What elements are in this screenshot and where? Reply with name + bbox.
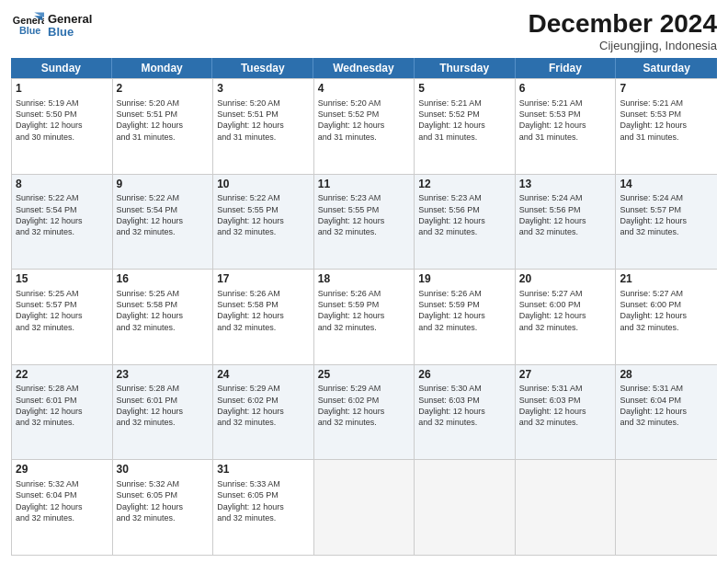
day-info: Sunrise: 5:21 AM Sunset: 5:53 PM Dayligh… bbox=[519, 98, 586, 142]
calendar-day-25: 25Sunrise: 5:29 AM Sunset: 6:02 PM Dayli… bbox=[314, 365, 415, 460]
calendar-week-3: 15Sunrise: 5:25 AM Sunset: 5:57 PM Dayli… bbox=[12, 269, 717, 364]
calendar-day-2: 2Sunrise: 5:20 AM Sunset: 5:51 PM Daylig… bbox=[113, 79, 214, 174]
calendar-day-4: 4Sunrise: 5:20 AM Sunset: 5:52 PM Daylig… bbox=[314, 79, 415, 174]
day-info: Sunrise: 5:23 AM Sunset: 5:55 PM Dayligh… bbox=[318, 193, 385, 236]
day-number: 16 bbox=[117, 272, 210, 287]
day-number: 15 bbox=[16, 272, 108, 287]
day-number: 6 bbox=[519, 82, 612, 97]
calendar-day-31: 31Sunrise: 5:33 AM Sunset: 6:05 PM Dayli… bbox=[213, 460, 314, 555]
day-info: Sunrise: 5:25 AM Sunset: 5:58 PM Dayligh… bbox=[117, 289, 184, 332]
day-number: 29 bbox=[16, 463, 108, 477]
day-info: Sunrise: 5:20 AM Sunset: 5:52 PM Dayligh… bbox=[318, 98, 385, 142]
day-number: 18 bbox=[318, 272, 411, 287]
header: General Blue General Blue December 2024 … bbox=[11, 9, 717, 52]
day-info: Sunrise: 5:28 AM Sunset: 6:01 PM Dayligh… bbox=[117, 384, 184, 427]
day-number: 17 bbox=[217, 272, 310, 287]
calendar-day-21: 21Sunrise: 5:27 AM Sunset: 6:00 PM Dayli… bbox=[616, 270, 717, 364]
logo-text-blue: Blue bbox=[48, 26, 92, 39]
month-title: December 2024 bbox=[529, 9, 717, 39]
calendar-day-6: 6Sunrise: 5:21 AM Sunset: 5:53 PM Daylig… bbox=[516, 79, 617, 174]
day-info: Sunrise: 5:31 AM Sunset: 6:04 PM Dayligh… bbox=[620, 384, 687, 427]
svg-text:Blue: Blue bbox=[19, 25, 40, 36]
day-info: Sunrise: 5:29 AM Sunset: 6:02 PM Dayligh… bbox=[318, 384, 385, 427]
day-number: 13 bbox=[519, 178, 612, 192]
day-info: Sunrise: 5:27 AM Sunset: 6:00 PM Dayligh… bbox=[519, 289, 586, 332]
calendar-day-empty bbox=[415, 460, 516, 555]
day-number: 9 bbox=[117, 178, 210, 192]
calendar-day-17: 17Sunrise: 5:26 AM Sunset: 5:58 PM Dayli… bbox=[213, 270, 314, 364]
calendar-day-15: 15Sunrise: 5:25 AM Sunset: 5:57 PM Dayli… bbox=[12, 270, 113, 364]
day-info: Sunrise: 5:19 AM Sunset: 5:50 PM Dayligh… bbox=[16, 98, 83, 142]
day-number: 21 bbox=[620, 272, 713, 287]
calendar-day-24: 24Sunrise: 5:29 AM Sunset: 6:02 PM Dayli… bbox=[213, 365, 314, 460]
day-info: Sunrise: 5:24 AM Sunset: 5:56 PM Dayligh… bbox=[519, 193, 586, 236]
calendar-day-30: 30Sunrise: 5:32 AM Sunset: 6:05 PM Dayli… bbox=[113, 460, 214, 555]
calendar-body: 1Sunrise: 5:19 AM Sunset: 5:50 PM Daylig… bbox=[11, 78, 717, 556]
day-number: 2 bbox=[117, 82, 210, 97]
calendar-day-23: 23Sunrise: 5:28 AM Sunset: 6:01 PM Dayli… bbox=[113, 365, 214, 460]
day-info: Sunrise: 5:21 AM Sunset: 5:52 PM Dayligh… bbox=[418, 98, 485, 142]
day-info: Sunrise: 5:24 AM Sunset: 5:57 PM Dayligh… bbox=[620, 193, 687, 236]
calendar-day-5: 5Sunrise: 5:21 AM Sunset: 5:52 PM Daylig… bbox=[415, 79, 516, 174]
day-info: Sunrise: 5:26 AM Sunset: 5:59 PM Dayligh… bbox=[318, 289, 385, 332]
calendar-day-8: 8Sunrise: 5:22 AM Sunset: 5:54 PM Daylig… bbox=[12, 175, 113, 270]
header-day-sunday: Sunday bbox=[11, 58, 112, 78]
calendar-day-empty bbox=[616, 460, 717, 555]
day-info: Sunrise: 5:22 AM Sunset: 5:54 PM Dayligh… bbox=[117, 193, 184, 236]
calendar-week-5: 29Sunrise: 5:32 AM Sunset: 6:04 PM Dayli… bbox=[12, 459, 717, 555]
calendar-day-1: 1Sunrise: 5:19 AM Sunset: 5:50 PM Daylig… bbox=[12, 79, 113, 174]
calendar-day-3: 3Sunrise: 5:20 AM Sunset: 5:51 PM Daylig… bbox=[213, 79, 314, 174]
day-info: Sunrise: 5:30 AM Sunset: 6:03 PM Dayligh… bbox=[418, 384, 485, 427]
day-number: 19 bbox=[418, 272, 511, 287]
day-number: 28 bbox=[620, 368, 713, 383]
day-info: Sunrise: 5:32 AM Sunset: 6:05 PM Dayligh… bbox=[117, 479, 184, 523]
calendar-container: General Blue General Blue December 2024 … bbox=[0, 0, 728, 563]
day-number: 10 bbox=[217, 178, 310, 192]
day-number: 12 bbox=[418, 178, 511, 192]
day-number: 8 bbox=[16, 178, 108, 192]
logo: General Blue General Blue bbox=[11, 9, 92, 42]
calendar-day-20: 20Sunrise: 5:27 AM Sunset: 6:00 PM Dayli… bbox=[516, 270, 617, 364]
calendar-day-22: 22Sunrise: 5:28 AM Sunset: 6:01 PM Dayli… bbox=[12, 365, 113, 460]
day-number: 5 bbox=[418, 82, 511, 97]
day-number: 26 bbox=[418, 368, 511, 383]
day-number: 20 bbox=[519, 272, 612, 287]
day-info: Sunrise: 5:23 AM Sunset: 5:56 PM Dayligh… bbox=[418, 193, 485, 236]
day-info: Sunrise: 5:20 AM Sunset: 5:51 PM Dayligh… bbox=[117, 98, 184, 142]
day-number: 27 bbox=[519, 368, 612, 383]
header-day-tuesday: Tuesday bbox=[212, 58, 313, 78]
day-number: 22 bbox=[16, 368, 108, 383]
day-number: 30 bbox=[117, 463, 210, 477]
calendar-day-10: 10Sunrise: 5:22 AM Sunset: 5:55 PM Dayli… bbox=[213, 175, 314, 270]
header-day-friday: Friday bbox=[516, 58, 617, 78]
day-number: 31 bbox=[217, 463, 310, 477]
calendar-day-29: 29Sunrise: 5:32 AM Sunset: 6:04 PM Dayli… bbox=[12, 460, 113, 555]
day-info: Sunrise: 5:28 AM Sunset: 6:01 PM Dayligh… bbox=[16, 384, 83, 427]
header-day-thursday: Thursday bbox=[415, 58, 516, 78]
header-day-wednesday: Wednesday bbox=[313, 58, 415, 78]
day-info: Sunrise: 5:32 AM Sunset: 6:04 PM Dayligh… bbox=[16, 479, 83, 523]
calendar-day-26: 26Sunrise: 5:30 AM Sunset: 6:03 PM Dayli… bbox=[415, 365, 516, 460]
calendar-week-4: 22Sunrise: 5:28 AM Sunset: 6:01 PM Dayli… bbox=[12, 364, 717, 460]
day-number: 3 bbox=[217, 82, 310, 97]
title-block: December 2024 Cijeungjing, Indonesia bbox=[529, 9, 717, 52]
calendar-header: SundayMondayTuesdayWednesdayThursdayFrid… bbox=[11, 58, 717, 78]
header-day-saturday: Saturday bbox=[616, 58, 717, 78]
calendar-day-13: 13Sunrise: 5:24 AM Sunset: 5:56 PM Dayli… bbox=[516, 175, 617, 270]
day-info: Sunrise: 5:26 AM Sunset: 5:58 PM Dayligh… bbox=[217, 289, 284, 332]
day-number: 24 bbox=[217, 368, 310, 383]
day-info: Sunrise: 5:31 AM Sunset: 6:03 PM Dayligh… bbox=[519, 384, 586, 427]
day-number: 11 bbox=[318, 178, 411, 192]
day-info: Sunrise: 5:20 AM Sunset: 5:51 PM Dayligh… bbox=[217, 98, 284, 142]
calendar-day-27: 27Sunrise: 5:31 AM Sunset: 6:03 PM Dayli… bbox=[516, 365, 617, 460]
calendar-day-empty bbox=[314, 460, 415, 555]
calendar-day-28: 28Sunrise: 5:31 AM Sunset: 6:04 PM Dayli… bbox=[616, 365, 717, 460]
day-number: 14 bbox=[620, 178, 713, 192]
day-info: Sunrise: 5:22 AM Sunset: 5:54 PM Dayligh… bbox=[16, 193, 83, 236]
calendar-day-18: 18Sunrise: 5:26 AM Sunset: 5:59 PM Dayli… bbox=[314, 270, 415, 364]
calendar-day-7: 7Sunrise: 5:21 AM Sunset: 5:53 PM Daylig… bbox=[616, 79, 717, 174]
calendar-day-empty bbox=[516, 460, 617, 555]
day-info: Sunrise: 5:29 AM Sunset: 6:02 PM Dayligh… bbox=[217, 384, 284, 427]
calendar-day-14: 14Sunrise: 5:24 AM Sunset: 5:57 PM Dayli… bbox=[616, 175, 717, 270]
day-info: Sunrise: 5:26 AM Sunset: 5:59 PM Dayligh… bbox=[418, 289, 485, 332]
